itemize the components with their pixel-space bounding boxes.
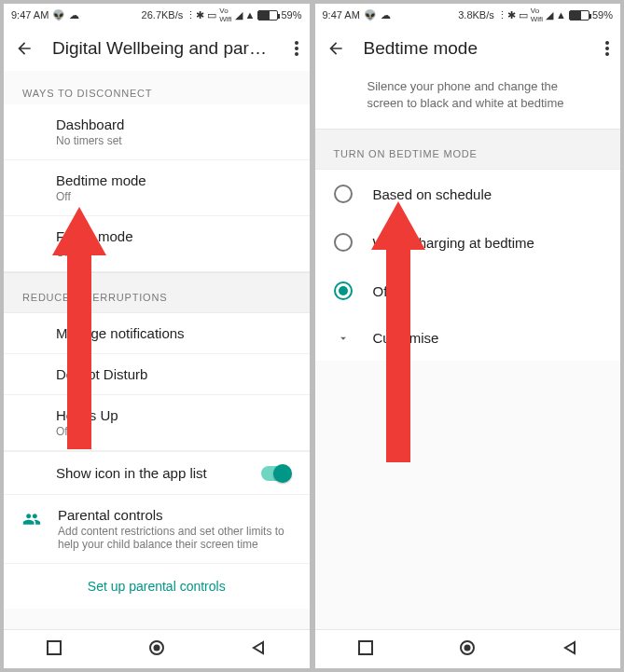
page-title: Digital Wellbeing and paren… xyxy=(52,38,276,59)
nav-bar xyxy=(315,629,621,668)
item-show-icon[interactable]: Show icon in the app list xyxy=(4,451,310,495)
battery-pct: 59% xyxy=(281,9,301,21)
item-sub: Off xyxy=(56,425,291,438)
nav-bar xyxy=(4,629,310,668)
option-charging[interactable]: While charging at bedtime xyxy=(315,218,621,267)
wifi-icon: ▲ xyxy=(245,9,256,21)
reddit-icon: 👽 xyxy=(364,9,377,21)
svg-point-5 xyxy=(153,644,159,651)
vibrate-icon: ▭ xyxy=(207,9,216,21)
item-label: Heads Up xyxy=(56,407,291,423)
radio-icon xyxy=(334,185,353,203)
item-heads-up[interactable]: Heads Up Off xyxy=(4,395,310,451)
back-icon[interactable] xyxy=(15,39,34,58)
status-time: 9:47 AM xyxy=(11,9,49,21)
item-label: Parental controls xyxy=(58,507,291,523)
radio-label: Off xyxy=(373,283,392,299)
battery-pct: 59% xyxy=(592,9,613,21)
item-sub: Off xyxy=(56,246,291,259)
svg-point-8 xyxy=(605,52,609,56)
section-reduce: REDUCE INTERRUPTIONS xyxy=(4,272,310,313)
nav-home-icon[interactable] xyxy=(459,639,476,660)
expand-label: Customise xyxy=(373,330,439,346)
app-bar: Digital Wellbeing and paren… xyxy=(4,26,310,71)
signal-icon: ◢ xyxy=(546,9,553,21)
section-turn-on: TURN ON BEDTIME MODE xyxy=(315,129,621,170)
page-subtitle: Silence your phone and change the screen… xyxy=(315,71,621,129)
settings-list: Silence your phone and change the screen… xyxy=(315,71,621,629)
app-bar: Bedtime mode xyxy=(315,26,621,71)
svg-rect-9 xyxy=(359,641,372,654)
page-title: Bedtime mode xyxy=(364,38,588,59)
weather-icon: ☁ xyxy=(69,9,79,21)
svg-point-2 xyxy=(295,52,298,56)
option-schedule[interactable]: Based on schedule xyxy=(315,170,621,218)
status-bar: 9:47 AM 👽 ☁ 3.8KB/s ⋮✱ ▭ VoWifi ◢ ▲ 59% xyxy=(315,4,621,26)
item-label: Show icon in the app list xyxy=(56,465,207,481)
overflow-icon[interactable] xyxy=(605,41,609,56)
net-speed: 26.7KB/s xyxy=(142,9,184,21)
svg-point-7 xyxy=(605,47,609,50)
battery-icon xyxy=(257,10,278,21)
signal-icon: ◢ xyxy=(235,9,243,21)
phone-left: 9:47 AM 👽 ☁ 26.7KB/s ⋮✱ ▭ VoWifi ◢ ▲ 59%… xyxy=(4,4,310,668)
radio-label: Based on schedule xyxy=(373,186,492,202)
item-label: Manage notifications xyxy=(56,325,291,341)
item-dnd[interactable]: Do Not Disturb xyxy=(4,354,310,395)
radio-icon xyxy=(334,281,353,300)
nav-back-icon[interactable] xyxy=(562,640,577,659)
svg-point-1 xyxy=(295,47,298,50)
svg-rect-3 xyxy=(48,641,61,654)
toggle-switch[interactable] xyxy=(261,466,291,481)
bluetooth-icon: ⋮✱ xyxy=(186,9,204,21)
net-speed: 3.8KB/s xyxy=(458,9,494,21)
volte-icon: VoWifi xyxy=(531,7,543,23)
reddit-icon: 👽 xyxy=(52,9,65,21)
parental-icon xyxy=(22,507,41,528)
vibrate-icon: ▭ xyxy=(519,9,528,21)
section-ways: WAYS TO DISCONNECT xyxy=(4,71,310,104)
svg-point-11 xyxy=(465,644,471,651)
battery-icon xyxy=(569,10,589,21)
item-bedtime[interactable]: Bedtime mode Off xyxy=(4,160,310,216)
item-sub: Off xyxy=(56,190,291,203)
volte-icon: VoWifi xyxy=(219,7,231,23)
item-label: Focus mode xyxy=(56,228,291,244)
phone-right: 9:47 AM 👽 ☁ 3.8KB/s ⋮✱ ▭ VoWifi ◢ ▲ 59% … xyxy=(315,4,621,668)
item-sub: Add content restrictions and set other l… xyxy=(58,525,291,551)
bluetooth-icon: ⋮✱ xyxy=(497,9,516,21)
item-label: Do Not Disturb xyxy=(56,366,291,382)
item-parental[interactable]: Parental controls Add content restrictio… xyxy=(4,495,310,564)
radio-label: While charging at bedtime xyxy=(373,235,534,251)
status-time: 9:47 AM xyxy=(323,9,360,21)
nav-recent-icon[interactable] xyxy=(47,640,62,659)
svg-point-6 xyxy=(605,41,609,45)
settings-list: WAYS TO DISCONNECT Dashboard No timers s… xyxy=(4,71,310,629)
item-notifications[interactable]: Manage notifications xyxy=(4,313,310,354)
nav-back-icon[interactable] xyxy=(251,640,266,659)
setup-parental-link[interactable]: Set up parental controls xyxy=(4,564,310,609)
nav-recent-icon[interactable] xyxy=(358,640,373,659)
item-label: Bedtime mode xyxy=(56,172,291,188)
nav-home-icon[interactable] xyxy=(148,639,165,660)
option-customise[interactable]: Customise xyxy=(315,315,621,361)
weather-icon: ☁ xyxy=(381,9,391,21)
radio-icon xyxy=(334,233,353,252)
item-focus[interactable]: Focus mode Off xyxy=(4,216,310,272)
status-bar: 9:47 AM 👽 ☁ 26.7KB/s ⋮✱ ▭ VoWifi ◢ ▲ 59% xyxy=(4,4,310,26)
back-icon[interactable] xyxy=(326,39,345,58)
option-off[interactable]: Off xyxy=(315,267,621,315)
wifi-icon: ▲ xyxy=(556,9,566,21)
item-sub: No timers set xyxy=(56,134,291,147)
svg-point-0 xyxy=(295,41,298,45)
overflow-icon[interactable] xyxy=(295,41,298,56)
item-dashboard[interactable]: Dashboard No timers set xyxy=(4,104,310,160)
item-label: Dashboard xyxy=(56,117,291,132)
chevron-down-icon xyxy=(334,332,353,345)
